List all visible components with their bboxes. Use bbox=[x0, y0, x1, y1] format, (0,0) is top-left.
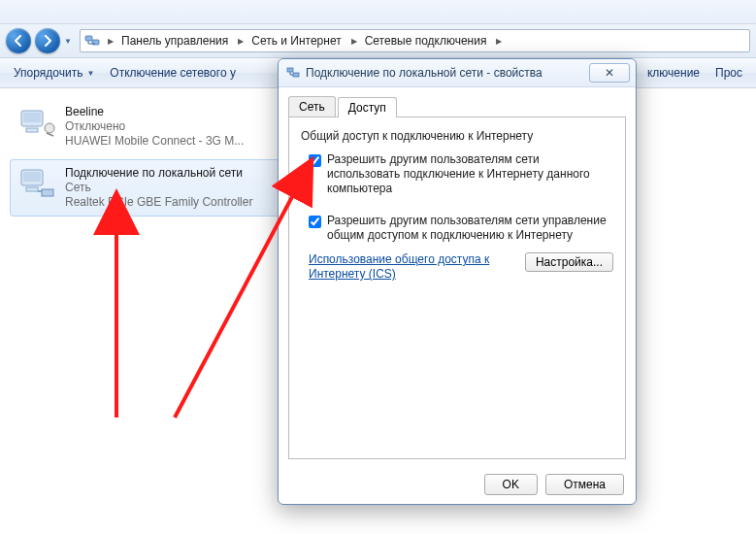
connection-device: HUAWEI Mobile Connect - 3G M... bbox=[65, 134, 244, 149]
svg-rect-8 bbox=[26, 187, 38, 191]
right-misc-button-partial[interactable]: Прос bbox=[707, 62, 750, 83]
explorer-window: ▼ ▶ Панель управления ▶ Сеть и Интернет … bbox=[0, 0, 756, 534]
connect-label: ключение bbox=[647, 66, 700, 80]
close-icon: ✕ bbox=[605, 66, 614, 80]
settings-button[interactable]: Настройка... bbox=[525, 252, 613, 272]
ics-link-row: Использование общего доступа к Интернету… bbox=[309, 252, 613, 282]
allow-control-checkbox-row[interactable]: Разрешить другим пользователям сети упра… bbox=[309, 214, 609, 243]
arrow-left-icon bbox=[13, 35, 24, 47]
back-button[interactable] bbox=[6, 28, 31, 53]
svg-rect-9 bbox=[42, 189, 53, 196]
svg-rect-4 bbox=[26, 128, 38, 132]
connection-status: Отключено bbox=[65, 119, 244, 134]
lan-connection-icon bbox=[18, 166, 57, 201]
connection-item[interactable]: Beeline Отключено HUAWEI Mobile Connect … bbox=[10, 98, 289, 155]
ok-button[interactable]: OK bbox=[484, 474, 538, 495]
breadcrumb-item-1[interactable]: Сеть и Интернет bbox=[247, 34, 346, 48]
allow-control-checkbox[interactable] bbox=[309, 216, 321, 228]
dialup-connection-icon bbox=[18, 105, 57, 140]
breadcrumb-item-0[interactable]: Панель управления bbox=[117, 34, 234, 48]
dialog-title: Подключение по локальной сети - свойства bbox=[306, 66, 589, 80]
arrow-right-icon bbox=[42, 35, 53, 47]
svg-rect-0 bbox=[85, 36, 92, 41]
network-connections-icon bbox=[84, 33, 100, 49]
svg-point-5 bbox=[45, 123, 54, 133]
dialog-body: Сеть Доступ Общий доступ к подключению к… bbox=[279, 87, 636, 465]
tabstrip: Сеть Доступ bbox=[288, 95, 626, 117]
connection-text: Подключение по локальной сети Сеть Realt… bbox=[65, 166, 252, 210]
svg-rect-3 bbox=[23, 113, 41, 122]
organize-menu[interactable]: Упорядочить ▼ bbox=[6, 62, 102, 83]
network-icon bbox=[286, 66, 300, 80]
dialog-close-button[interactable]: ✕ bbox=[589, 63, 630, 83]
connection-device: Realtek PCIe GBE Family Controller bbox=[65, 195, 252, 210]
allow-sharing-checkbox-row[interactable]: Разрешить другим пользователям сети испо… bbox=[309, 152, 609, 196]
disable-device-button[interactable]: Отключение сетевого у bbox=[102, 62, 244, 83]
nav-row: ▼ ▶ Панель управления ▶ Сеть и Интернет … bbox=[0, 24, 756, 58]
crumb-sep-icon[interactable]: ▶ bbox=[347, 37, 361, 46]
properties-dialog: Подключение по локальной сети - свойства… bbox=[278, 58, 637, 505]
connection-item[interactable]: Подключение по локальной сети Сеть Realt… bbox=[10, 159, 289, 217]
dialog-button-row: OK Отмена bbox=[279, 465, 636, 504]
crumb-sep-icon[interactable]: ▶ bbox=[492, 37, 506, 46]
address-bar[interactable]: ▶ Панель управления ▶ Сеть и Интернет ▶ … bbox=[80, 29, 750, 52]
tab-network[interactable]: Сеть bbox=[288, 96, 336, 117]
dialog-titlebar: Подключение по локальной сети - свойства… bbox=[279, 59, 636, 87]
disable-label: Отключение сетевого у bbox=[110, 66, 236, 80]
allow-sharing-label: Разрешить другим пользователям сети испо… bbox=[327, 152, 609, 196]
tab-access[interactable]: Доступ bbox=[338, 97, 397, 117]
cancel-button[interactable]: Отмена bbox=[545, 474, 624, 495]
connect-button-partial[interactable]: ключение bbox=[640, 62, 707, 83]
forward-button[interactable] bbox=[35, 28, 60, 53]
connection-name: Beeline bbox=[65, 105, 244, 119]
nav-history-dropdown[interactable]: ▼ bbox=[62, 34, 74, 48]
crumb-sep-icon[interactable]: ▶ bbox=[104, 37, 117, 46]
connection-name: Подключение по локальной сети bbox=[65, 166, 252, 181]
crumb-sep-icon[interactable]: ▶ bbox=[234, 37, 247, 46]
allow-control-label: Разрешить другим пользователям сети упра… bbox=[327, 214, 609, 243]
ics-help-link[interactable]: Использование общего доступа к Интернету… bbox=[309, 252, 493, 282]
tab-panel-access: Общий доступ к подключению к Интернету Р… bbox=[288, 117, 626, 459]
chevron-down-icon: ▼ bbox=[86, 69, 94, 78]
svg-rect-11 bbox=[293, 73, 299, 77]
svg-rect-10 bbox=[287, 68, 293, 72]
breadcrumb-item-2[interactable]: Сетевые подключения bbox=[361, 34, 493, 48]
right-misc-label: Прос bbox=[715, 66, 742, 80]
connection-status: Сеть bbox=[65, 181, 252, 195]
sharing-group-title: Общий доступ к подключению к Интернету bbox=[301, 129, 613, 143]
titlebar bbox=[0, 0, 756, 24]
organize-label: Упорядочить bbox=[14, 66, 82, 80]
svg-rect-7 bbox=[23, 172, 41, 182]
connection-text: Beeline Отключено HUAWEI Mobile Connect … bbox=[65, 105, 244, 149]
allow-sharing-checkbox[interactable] bbox=[309, 154, 321, 167]
